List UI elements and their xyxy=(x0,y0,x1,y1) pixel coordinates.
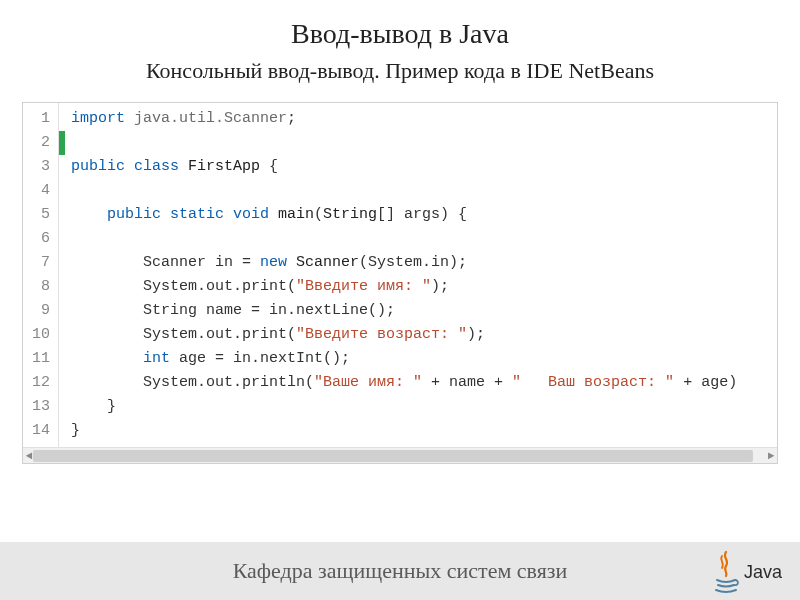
code-line: int age = in.nextInt(); xyxy=(71,347,777,371)
code-line: } xyxy=(71,419,777,443)
code-line: import java.util.Scanner; xyxy=(71,107,777,131)
line-number: 10 xyxy=(29,323,50,347)
code-editor: 1234567891011121314 import java.util.Sca… xyxy=(22,102,778,464)
code-line: String name = in.nextLine(); xyxy=(71,299,777,323)
line-number: 2 xyxy=(29,131,50,155)
line-number: 7 xyxy=(29,251,50,275)
line-number: 8 xyxy=(29,275,50,299)
change-indicator-strip xyxy=(59,103,65,447)
code-line: System.out.println("Ваше имя: " + name +… xyxy=(71,371,777,395)
line-number: 1 xyxy=(29,107,50,131)
scrollbar-thumb[interactable] xyxy=(33,450,753,462)
line-number-gutter: 1234567891011121314 xyxy=(23,103,59,447)
code-line xyxy=(71,179,777,203)
footer-text: Кафедра защищенных систем связи xyxy=(233,558,568,584)
code-line: Scanner in = new Scanner(System.in); xyxy=(71,251,777,275)
code-line: public class FirstApp { xyxy=(71,155,777,179)
code-line: public static void main(String[] args) { xyxy=(71,203,777,227)
line-number: 9 xyxy=(29,299,50,323)
code-line xyxy=(71,131,777,155)
horizontal-scrollbar[interactable]: ◄ ► xyxy=(23,447,777,463)
line-number: 14 xyxy=(29,419,50,443)
line-number: 13 xyxy=(29,395,50,419)
footer-bar: Кафедра защищенных систем связи Java xyxy=(0,542,800,600)
line-number: 5 xyxy=(29,203,50,227)
slide-title: Ввод-вывод в Java xyxy=(0,0,800,50)
line-number: 3 xyxy=(29,155,50,179)
line-number: 12 xyxy=(29,371,50,395)
java-logo: Java xyxy=(712,550,782,594)
line-number: 11 xyxy=(29,347,50,371)
code-line: System.out.print("Введите имя: "); xyxy=(71,275,777,299)
code-line xyxy=(71,227,777,251)
code-line: System.out.print("Введите возраст: "); xyxy=(71,323,777,347)
code-content: import java.util.Scanner; public class F… xyxy=(65,103,777,447)
java-logo-text: Java xyxy=(744,562,782,583)
code-line: } xyxy=(71,395,777,419)
scroll-right-icon[interactable]: ► xyxy=(765,450,777,462)
slide-subtitle: Консольный ввод-вывод. Пример кода в IDE… xyxy=(0,50,800,84)
line-number: 4 xyxy=(29,179,50,203)
change-marker xyxy=(59,131,65,155)
line-number: 6 xyxy=(29,227,50,251)
java-cup-icon xyxy=(712,550,740,594)
